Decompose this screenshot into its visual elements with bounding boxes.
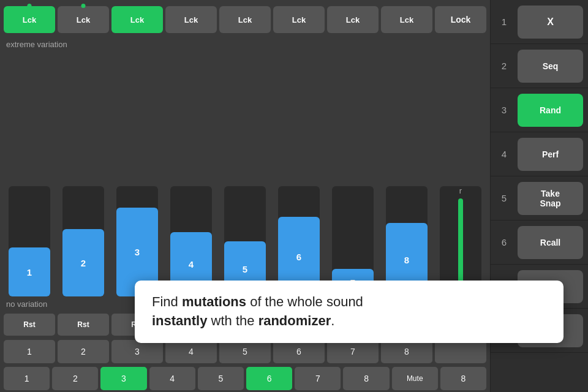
slider-col-7: 8 [381,174,432,296]
bottom2-btn-2[interactable]: 3 [100,367,146,390]
tooltip-line-1: Find mutations of the whole sound [152,293,546,312]
sliders-area: 12345678r [0,51,490,296]
slider-col-1: 2 [58,174,109,296]
sidebar-row-2: 3Rand [491,88,588,132]
sidebar-row-1: 2Seq [491,44,588,88]
sidebar-number-4: 5 [491,176,518,220]
lock-btn-1[interactable]: Lck [58,6,109,33]
bottom2-btn-3[interactable]: 4 [149,367,195,390]
rst-btn-0[interactable]: Rst [4,314,55,336]
bottom2-btn-6[interactable]: 7 [295,367,341,390]
slider-col-2: 3 [111,174,163,296]
lock-btn-5[interactable]: Lck [273,6,325,33]
r-label: r [459,186,462,195]
sidebar-number-1: 2 [491,44,518,88]
sidebar-btn-3[interactable]: Perf [518,138,583,171]
bottom2-btn-1[interactable]: 2 [52,367,98,390]
lock-btn-8[interactable]: Lock [435,6,486,33]
bottom2-btn-4[interactable]: 5 [198,367,244,390]
lock-btn-2[interactable]: Lck [111,6,163,33]
sidebar-number-3: 4 [491,132,518,176]
slider-thumb-0[interactable]: 1 [9,247,50,296]
slider-col-5: 6 [273,174,325,296]
bottom1-btn-6[interactable]: 7 [327,340,379,363]
slider-col-0: 1 [4,174,55,296]
bottom2-btn-0[interactable]: 1 [4,367,50,390]
lock-btn-4[interactable]: Lck [219,6,271,33]
bottom2-btn-9[interactable]: 8 [440,367,486,390]
sidebar-number-5: 6 [491,221,518,264]
lock-row: LckLckLckLckLckLckLckLckLock [0,0,490,37]
sidebar-btn-5[interactable]: Rcall [518,226,583,259]
bottom1-btn-0[interactable]: 1 [4,340,55,363]
bottom2-btn-8[interactable]: Mute [392,367,438,390]
lock-btn-3[interactable]: Lck [165,6,217,33]
tooltip-line-2: instantly wth the randomizer. [152,312,546,331]
sidebar-btn-0[interactable]: X [518,6,583,39]
sidebar-number-0: 1 [491,0,518,43]
bottom1-btn-4[interactable]: 5 [219,340,271,363]
sidebar-row-5: 6Rcall [491,221,588,265]
sidebar-btn-1[interactable]: Seq [518,50,583,83]
lock-btn-6[interactable]: Lck [327,6,379,33]
bottom-row-2: 12345678Mute8 [0,365,490,392]
bottom1-btn-5[interactable]: 6 [273,340,325,363]
variation-top-label: extreme variation [0,37,490,51]
bottom1-btn-1[interactable]: 2 [58,340,109,363]
slider-col-3: 4 [165,174,217,296]
sidebar-btn-4[interactable]: Take Snap [518,182,583,215]
slider-col-8: r [435,174,486,296]
bottom1-btn-3[interactable]: 4 [165,340,217,363]
tooltip-overlay: Find mutations of the whole soundinstant… [135,281,564,343]
bottom2-btn-7[interactable]: 8 [343,367,389,390]
sidebar-row-0: 1X [491,0,588,44]
slider-col-4: 5 [219,174,271,296]
lock-btn-7[interactable]: Lck [381,6,432,33]
slider-thumb-1[interactable]: 2 [62,229,104,296]
bottom2-btn-5[interactable]: 6 [246,367,292,390]
sidebar-btn-2[interactable]: Rand [518,94,583,127]
sidebar-row-4: 5Take Snap [491,176,588,221]
bottom1-btn-2[interactable]: 3 [111,340,163,363]
slider-col-6: 7 [327,174,379,296]
bottom1-btn-7[interactable]: 8 [381,340,432,363]
sidebar-number-2: 3 [491,88,518,132]
bottom1-btn-8[interactable] [435,340,486,363]
sidebar-row-3: 4Perf [491,132,588,176]
rst-btn-1[interactable]: Rst [58,314,109,336]
lock-btn-0[interactable]: Lck [4,6,55,33]
